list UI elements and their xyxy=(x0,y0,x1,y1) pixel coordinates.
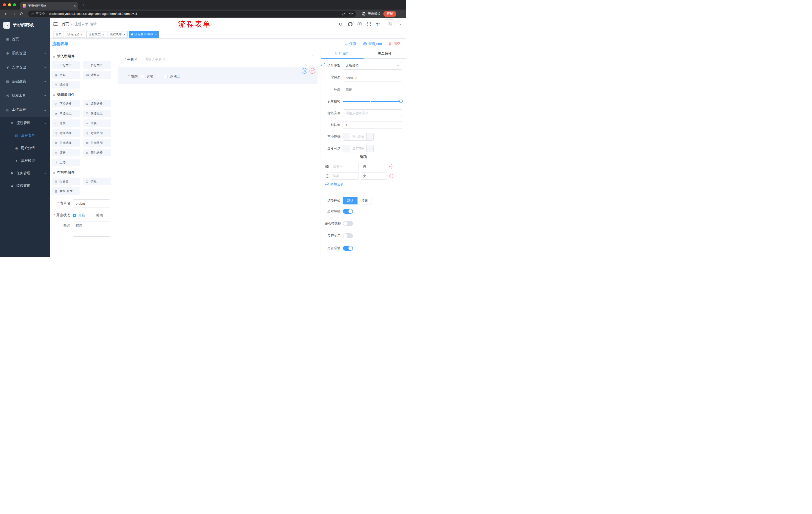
sidebar-item-payment[interactable]: ¥ 支付管理 ▾ xyxy=(0,60,50,75)
palette-item-upload[interactable]: ⇪上传 xyxy=(52,159,80,166)
palette-item-counter[interactable]: 123计数器 xyxy=(83,71,112,79)
add-option-button[interactable]: + 添加选项 xyxy=(325,182,402,187)
sidebar-item-process-mgmt[interactable]: ≡ 流程管理 ▴ xyxy=(0,117,50,129)
canvas-field-gender-selected[interactable]: 性别 选项一 选项二 xyxy=(118,66,318,84)
plus-icon[interactable]: + xyxy=(366,145,373,152)
sidebar-item-user-group[interactable]: ◉ 用户分组 xyxy=(0,142,50,154)
app-logo[interactable]: 芋道管理系统 xyxy=(0,18,50,32)
clear-button[interactable]: 清空 xyxy=(388,42,401,46)
drag-handle-icon[interactable] xyxy=(325,165,329,168)
status-off-radio[interactable]: 关闭 xyxy=(91,213,103,218)
sidebar-toggle-icon[interactable] xyxy=(53,22,58,26)
palette-item-date-range[interactable]: ▩日期范围 xyxy=(83,139,112,146)
search-icon[interactable] xyxy=(339,22,343,26)
plus-icon[interactable]: + xyxy=(366,133,373,140)
palette-item-table[interactable]: ▦表格[开发中] xyxy=(52,187,80,195)
palette-item-switch[interactable]: ◐开关 xyxy=(52,119,80,127)
disabled-toggle[interactable] xyxy=(343,233,353,238)
address-bar[interactable]: 不安全 dashboard.yudao.iocoder.cn/bpm/manag… xyxy=(28,10,356,17)
palette-item-editor[interactable]: ✎编辑器 xyxy=(52,81,80,88)
palette-item-slider[interactable]: ⊸滑块 xyxy=(83,119,112,127)
key-icon[interactable] xyxy=(342,12,346,16)
forward-icon[interactable] xyxy=(10,10,17,17)
tag-process-form[interactable]: 流程表单 × xyxy=(108,31,127,38)
title-input[interactable]: 性别 xyxy=(343,86,402,93)
update-button[interactable]: 更新 xyxy=(383,11,396,17)
tag-process-form-edit[interactable]: 流程表单-编辑 × xyxy=(129,31,159,38)
sidebar-item-process-form[interactable]: ▤ 流程表单 xyxy=(0,129,50,142)
sidebar-item-task-mgmt[interactable]: ⚑ 任务管理 ▾ xyxy=(0,167,50,180)
palette-item-radio-group[interactable]: ◉单选框组 xyxy=(52,110,80,117)
maximize-window-button[interactable] xyxy=(13,3,16,6)
slider-handle[interactable] xyxy=(399,100,403,103)
gender-option-1-checkbox[interactable]: 选项一 xyxy=(141,74,157,79)
tag-home[interactable]: 首页 xyxy=(53,31,64,38)
avatar[interactable] xyxy=(385,19,395,29)
component-type-select[interactable]: 多选框组▼ xyxy=(343,62,402,70)
palette-item-checkbox-group[interactable]: ☑多选框组 xyxy=(83,110,112,117)
sidebar-item-home[interactable]: ⊞ 首页 xyxy=(0,32,50,46)
border-toggle[interactable] xyxy=(343,221,353,226)
close-icon[interactable]: × xyxy=(123,33,125,36)
minimize-window-button[interactable] xyxy=(8,3,11,6)
grid-slider[interactable] xyxy=(343,98,401,105)
tab-component-props[interactable]: 组件属性 xyxy=(321,49,364,58)
close-window-button[interactable] xyxy=(3,3,6,6)
remove-option-icon[interactable]: − xyxy=(389,174,394,178)
form-name-input[interactable]: biubiu xyxy=(73,199,110,208)
help-icon[interactable]: ? xyxy=(357,22,362,26)
sidebar-item-workflow[interactable]: ◫ 工作流程 ▴ xyxy=(0,103,50,117)
new-tab-button[interactable]: + xyxy=(82,2,85,7)
remark-textarea[interactable]: 嘿嘿 xyxy=(73,221,110,237)
palette-item-row-container[interactable]: ▥行容器 xyxy=(52,178,80,185)
palette-item-password[interactable]: ▣密码 xyxy=(52,71,80,79)
minus-icon[interactable]: − xyxy=(343,133,350,140)
breadcrumb-home[interactable]: 首页 xyxy=(62,22,69,26)
palette-item-date-picker[interactable]: ▦日期选择 xyxy=(52,139,80,146)
fullscreen-icon[interactable] xyxy=(367,22,371,26)
browser-tab[interactable]: 芋道管理系统 × xyxy=(20,2,78,9)
sidebar-item-devtools[interactable]: ⚒ 研发工具 ▾ xyxy=(0,88,50,103)
sidebar-item-leave-query[interactable]: ♟ 请假查询 xyxy=(0,180,50,192)
gender-option-2-checkbox[interactable]: 选项二 xyxy=(164,74,180,79)
option-2-value-input[interactable]: 女 xyxy=(361,172,387,180)
bookmark-star-icon[interactable] xyxy=(349,12,353,16)
style-button-button[interactable]: 按钮 xyxy=(357,197,372,205)
tag-process-model[interactable]: 流程模型 × xyxy=(86,31,107,38)
palette-item-cascader[interactable]: ⊞级联选择 xyxy=(83,100,112,107)
save-button[interactable]: 保存 xyxy=(344,42,356,46)
close-tab-icon[interactable]: × xyxy=(74,4,76,7)
status-on-radio[interactable]: 开启 xyxy=(73,213,85,218)
palette-item-time-range[interactable]: ◶时间范围 xyxy=(83,129,112,137)
palette-item-multi-text[interactable]: ≡多行文本 xyxy=(83,61,112,69)
minus-icon[interactable]: − xyxy=(343,145,350,152)
option-1-name-input[interactable]: 选项一 xyxy=(330,163,359,170)
sidebar-item-system[interactable]: ⚙ 系统管理 ▾ xyxy=(0,46,50,60)
copy-field-button[interactable] xyxy=(302,68,307,74)
palette-item-time-picker[interactable]: ◷时间选择 xyxy=(52,129,80,137)
label-width-input[interactable]: 请输入标签宽度 xyxy=(343,109,402,117)
tag-process-definition[interactable]: 流程定义 × xyxy=(65,31,85,38)
option-1-value-input[interactable]: 男 xyxy=(361,163,387,170)
drag-handle-icon[interactable] xyxy=(325,174,329,178)
phone-input[interactable]: 请输入手机号 xyxy=(141,55,313,64)
reload-icon[interactable] xyxy=(18,10,25,17)
show-label-toggle[interactable] xyxy=(343,209,353,214)
palette-item-color-picker[interactable]: ◍颜色选择 xyxy=(83,149,112,156)
min-select-value[interactable]: 至少应选 xyxy=(350,133,366,140)
view-json-button[interactable]: 查看json xyxy=(363,42,382,46)
avatar-caret-icon[interactable]: ▼ xyxy=(400,23,402,26)
remove-option-icon[interactable]: − xyxy=(389,164,394,168)
sidebar-item-process-model[interactable]: ➤ 流程模型 xyxy=(0,154,50,167)
required-toggle[interactable] xyxy=(343,246,353,251)
github-icon[interactable] xyxy=(348,22,352,26)
field-name-input[interactable]: field122 xyxy=(343,74,402,81)
font-size-icon[interactable]: TT xyxy=(376,22,380,26)
back-icon[interactable] xyxy=(3,10,9,17)
max-select-value[interactable]: 最多可选 xyxy=(350,145,366,152)
canvas-field-phone[interactable]: 手机号 请输入手机号 xyxy=(118,55,318,64)
delete-field-button[interactable] xyxy=(310,68,315,74)
link-icon[interactable] xyxy=(321,63,325,66)
palette-item-select[interactable]: ◎下拉选择 xyxy=(52,100,80,107)
browser-menu-icon[interactable]: ⋮ xyxy=(399,11,403,16)
